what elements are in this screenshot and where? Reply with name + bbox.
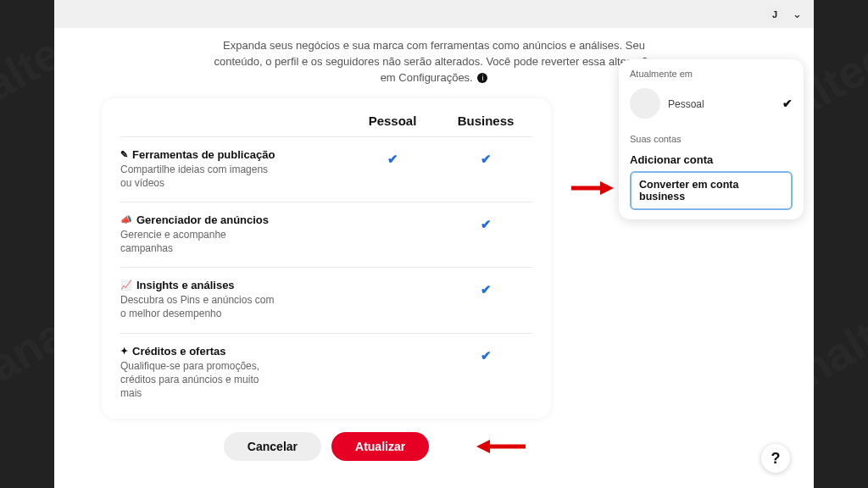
current-account-row[interactable]: Pessoal ✔ [630,85,793,127]
col-personal: Pessoal [346,114,439,128]
account-name: Pessoal [668,97,775,110]
feature-row: 📣 Gerenciador de anúncios Gerencie e aco… [120,202,532,267]
feature-title: Ferramentas de publicação [132,148,275,161]
check-icon: ✔ [481,217,492,231]
account-avatar [630,88,660,119]
convert-business-button[interactable]: Converter em conta business [630,171,793,210]
feature-desc: Compartilhe ideias com imagens ou vídeos [120,163,281,190]
add-account-button[interactable]: Adicionar conta [630,148,793,171]
comparison-card: Pessoal Business ✎ Ferramentas de public… [102,98,551,419]
annotation-arrow-icon [570,179,615,197]
help-button[interactable]: ? [761,444,790,473]
feature-desc: Gerencie e acompanhe campanhas [120,228,281,255]
user-avatar[interactable]: J [765,5,784,24]
annotation-arrow-icon [475,437,527,456]
feature-desc: Descubra os Pins e anúncios com o melhor… [120,293,281,320]
intro-text: Expanda seus negócios e sua marca com fe… [214,38,654,86]
check-icon: ✔ [782,97,793,110]
svg-marker-3 [600,181,614,195]
check-icon: ✔ [387,152,398,166]
feature-row: ✎ Ferramentas de publicação Compartilhe … [120,136,532,202]
intro-line: Expanda seus negócios e sua marca com fe… [214,39,654,84]
chevron-down-icon[interactable]: ⌄ [789,8,805,20]
currently-in-label: Atualmente em [630,69,793,79]
sparkle-icon: ✦ [120,346,128,357]
feature-row: ✦ Créditos e ofertas Qualifique-se para … [120,333,532,413]
feature-row: 📈 Insights e análises Descubra os Pins e… [120,267,532,332]
chart-icon: 📈 [120,280,132,291]
account-panel: Atualmente em Pessoal ✔ Suas contas Adic… [619,59,804,219]
update-button[interactable]: Atualizar [331,432,429,461]
check-icon: ✔ [481,348,492,363]
megaphone-icon: 📣 [120,214,132,225]
info-icon[interactable]: i [477,73,487,83]
feature-desc: Qualifique-se para promoções, créditos p… [120,359,281,401]
svg-marker-1 [476,440,490,453]
feature-title: Insights e análises [136,279,235,291]
cancel-button[interactable]: Cancelar [224,432,321,461]
your-accounts-label: Suas contas [630,134,793,144]
check-icon: ✔ [481,152,492,166]
col-business: Business [439,114,532,128]
pen-icon: ✎ [120,149,128,160]
feature-title: Créditos e ofertas [132,345,226,358]
feature-title: Gerenciador de anúncios [136,214,269,226]
check-icon: ✔ [481,282,492,297]
